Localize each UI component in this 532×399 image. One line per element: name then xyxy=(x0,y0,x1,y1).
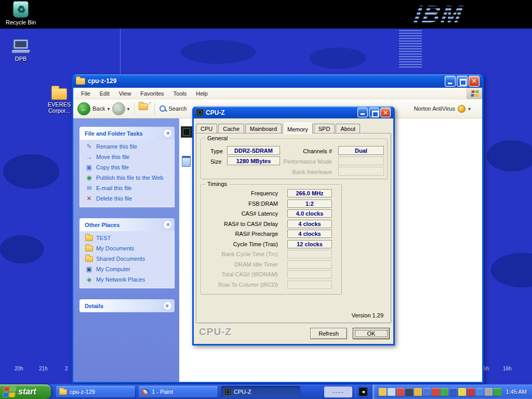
sidebar-item-copy-this-file[interactable]: ▣Copy this file xyxy=(85,164,173,171)
close-button[interactable] xyxy=(469,76,480,87)
search-label[interactable]: Search xyxy=(169,105,187,112)
menu-item-file[interactable]: File xyxy=(76,89,95,98)
volume-icon[interactable] xyxy=(388,388,395,396)
maximize-button[interactable] xyxy=(369,108,379,117)
timing-value: 4 clocks xyxy=(287,220,332,228)
sidebar-item-label: Copy this file xyxy=(96,164,129,171)
network-icon[interactable] xyxy=(423,388,431,396)
sidebar-item-publish-this-file-to-the-web[interactable]: ◉Publish this file to the Web xyxy=(85,175,173,181)
forward-dropdown-icon[interactable] xyxy=(127,105,130,112)
close-button[interactable] xyxy=(380,108,391,117)
minimize-button[interactable] xyxy=(357,108,368,117)
cpuz-file-icon[interactable] xyxy=(181,126,192,138)
task-button-1-paint[interactable]: 1 - Paint xyxy=(139,386,218,397)
sidebar-item-test[interactable]: TEST xyxy=(85,235,173,242)
chip-icon xyxy=(196,109,203,116)
forward-icon[interactable]: → xyxy=(112,102,125,115)
timing-value xyxy=(287,270,332,278)
norton-antivirus-band[interactable]: Norton AntiVirus xyxy=(414,105,478,113)
search-icon[interactable] xyxy=(159,105,167,113)
sidebar-item-my-documents[interactable]: My Documents xyxy=(85,245,173,252)
tab-cpu[interactable]: CPU xyxy=(196,124,217,133)
back-dropdown-icon[interactable] xyxy=(107,105,110,112)
refresh-button[interactable]: Refresh xyxy=(310,328,347,339)
menu-item-favorites[interactable]: Favorites xyxy=(136,89,168,98)
panel-header-file-and-folder-tasks[interactable]: File and Folder Tasks» xyxy=(79,127,175,140)
tab-cache[interactable]: Cache xyxy=(218,124,244,133)
power-icon[interactable] xyxy=(458,388,466,396)
alert-icon[interactable] xyxy=(432,388,440,396)
timing-label: Cycle Time (Tras) xyxy=(202,240,278,248)
desktop-icon-dpb[interactable]: DPB xyxy=(4,39,37,62)
computer-icon: ▣ xyxy=(85,266,93,273)
timing-row-fsb-dram: FSB:DRAM1:2 xyxy=(201,200,341,208)
menu-item-view[interactable]: View xyxy=(114,89,136,98)
desktop-icon-everes[interactable]: EVERES Corpor... xyxy=(43,88,76,114)
performance-mode-label: Performance Mode xyxy=(261,157,332,166)
minimize-button[interactable] xyxy=(445,76,456,87)
lan-icon[interactable] xyxy=(476,388,484,396)
tab-about[interactable]: About xyxy=(336,124,360,133)
channels-label: Channels # xyxy=(269,147,332,155)
recycle-bin-icon: ♻ xyxy=(13,1,29,18)
panel-header-other-places[interactable]: Other Places» xyxy=(79,218,175,231)
panel-title: File and Folder Tasks xyxy=(85,130,143,137)
panel-body: TESTMy DocumentsShared Documents▣My Comp… xyxy=(79,231,175,288)
task-button-cpu-z-129[interactable]: cpu-z-129 xyxy=(56,386,135,397)
sidebar-item-shared-documents[interactable]: Shared Documents xyxy=(85,256,173,262)
sidebar-item-rename-this-file[interactable]: ✎Rename this file xyxy=(85,143,173,150)
chevron-up-icon[interactable]: » xyxy=(163,220,172,229)
start-button[interactable]: start xyxy=(0,384,51,399)
timing-label: Total CAS# (tRDRAM) xyxy=(202,270,278,278)
taskbar-clock[interactable]: 1:45 AM xyxy=(506,389,527,395)
display-settings-icon[interactable] xyxy=(379,388,387,396)
back-icon[interactable]: ← xyxy=(77,102,90,115)
menu-item-edit[interactable]: Edit xyxy=(95,89,114,98)
desktop-icon-recycle-bin[interactable]: ♻ Recycle Bin xyxy=(4,1,37,25)
norton-dropdown-icon[interactable] xyxy=(468,105,471,112)
copy-icon: ▣ xyxy=(85,164,93,171)
antivirus-icon[interactable] xyxy=(414,388,422,396)
firewall-icon[interactable] xyxy=(467,388,475,396)
explorer-titlebar[interactable]: cpu-z-129 xyxy=(73,74,482,88)
task-scheduler-icon[interactable] xyxy=(396,388,404,396)
task-button-cpu-z[interactable]: CPU-Z xyxy=(221,386,300,397)
maximize-button[interactable] xyxy=(457,76,468,87)
size-label: Size xyxy=(210,157,221,166)
sidebar-panel-details: Details» xyxy=(79,299,175,312)
chevron-up-icon[interactable]: » xyxy=(163,129,172,138)
connection-icon[interactable] xyxy=(449,388,457,396)
tab-spd[interactable]: SPD xyxy=(314,124,335,133)
taskbar-separator xyxy=(355,386,356,397)
memory-tab-page: General Type DDR2-SDRAM Size 1280 MBytes… xyxy=(196,133,391,323)
ibm-logo: IBM xyxy=(410,0,504,28)
timing-label: RAS# to CAS# Delay xyxy=(202,220,278,228)
timing-label: Frequency xyxy=(202,189,278,197)
ok-button[interactable]: OK xyxy=(353,328,390,339)
cpuz-tab-strip: CPUCacheMainboardMemorySPDAbout xyxy=(196,123,361,133)
taskbar-deskband[interactable]: ---- xyxy=(324,387,352,397)
timezone-label: 2 xyxy=(65,366,68,371)
hidden-icons-button[interactable]: ◄ xyxy=(359,388,367,396)
sidebar-item-my-computer[interactable]: ▣My Computer xyxy=(85,266,173,273)
audio-mixer-icon[interactable] xyxy=(485,388,493,396)
panel-header-details[interactable]: Details» xyxy=(79,299,175,312)
security-center-icon[interactable] xyxy=(405,388,413,396)
sidebar-item-e-mail-this-file[interactable]: ✉E-mail this file xyxy=(85,185,173,192)
menu-item-tools[interactable]: Tools xyxy=(169,89,192,98)
up-folder-button[interactable]: ↑ xyxy=(139,103,150,114)
tab-mainboard[interactable]: Mainboard xyxy=(245,124,282,133)
tab-memory[interactable]: Memory xyxy=(283,123,313,134)
messenger-icon[interactable] xyxy=(441,388,448,396)
back-label[interactable]: Back xyxy=(92,105,105,112)
chevron-down-icon[interactable]: » xyxy=(163,301,172,310)
sidebar-item-move-this-file[interactable]: →Move this file xyxy=(85,154,173,161)
sidebar-item-delete-this-file[interactable]: ✕Delete this file xyxy=(85,195,173,202)
cpuz-titlebar[interactable]: CPU-Z xyxy=(194,107,393,118)
windows-update-icon[interactable] xyxy=(494,388,501,396)
timing-label: Bank Cycle Time (Trc) xyxy=(202,250,278,258)
sidebar-item-my-network-places[interactable]: ◈My Network Places xyxy=(85,276,173,283)
menu-item-help[interactable]: Help xyxy=(191,89,212,98)
file-icon[interactable] xyxy=(182,156,191,167)
timing-row-total-cas-trdram: Total CAS# (tRDRAM) xyxy=(201,270,341,278)
